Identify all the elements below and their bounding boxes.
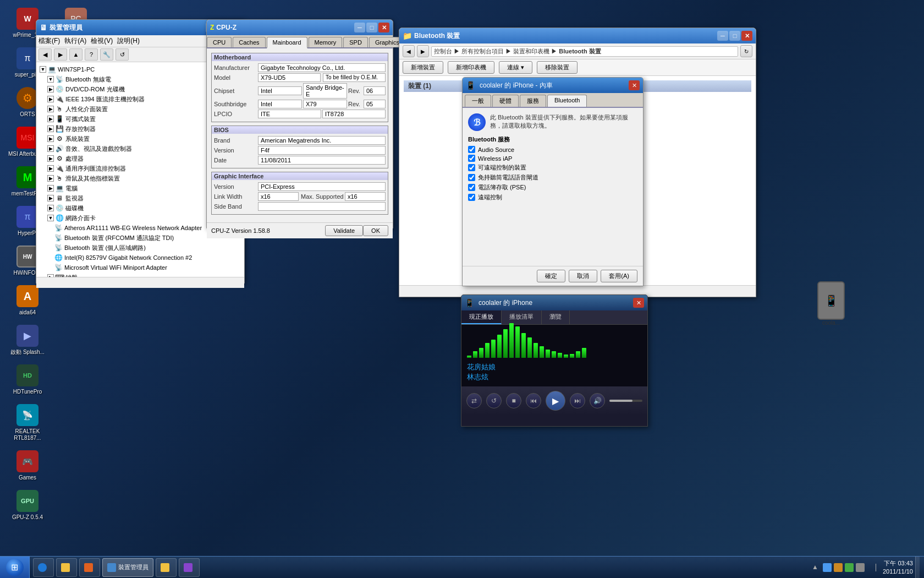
disk-expand[interactable]: ▶ [47, 205, 54, 211]
bt-apply-btn[interactable]: 套用(A) [601, 270, 637, 282]
computer-expand[interactable]: ▶ [47, 185, 54, 192]
toolbar-forward[interactable]: ▶ [54, 48, 67, 61]
tab-caches[interactable]: Caches [233, 37, 265, 47]
usb-expand[interactable]: ▶ [47, 165, 54, 172]
desktop-icon-aida64[interactable]: A aida64 [6, 283, 50, 318]
media-volume-slider[interactable] [609, 400, 642, 402]
ctrl-refresh-btn[interactable]: ↻ [740, 45, 752, 57]
taskbar-explorer[interactable] [56, 558, 77, 577]
media-stop-btn[interactable]: ■ [506, 393, 521, 408]
tab-cpu[interactable]: CPU [207, 37, 232, 47]
desktop-icon-games[interactable]: 🎮 Games [6, 448, 50, 483]
tree-item-vwifi[interactable]: 📡 Microsoft Virtual WiFi Miniport Adapte… [38, 263, 242, 272]
ctrl-forward-btn[interactable]: ▶ [417, 45, 429, 57]
media-repeat-btn[interactable]: ↺ [486, 393, 502, 408]
storage-expand[interactable]: ▶ [47, 126, 54, 132]
cpuz-close[interactable]: ✕ [378, 23, 389, 32]
bt-service-wireless-checkbox[interactable] [468, 155, 475, 162]
tab-mainboard[interactable]: Mainboard [267, 37, 307, 48]
menu-view[interactable]: 檢視(V) [91, 36, 113, 46]
bt-service-remote-checkbox[interactable] [468, 164, 475, 171]
remove-device-btn[interactable]: 移除裝置 [537, 61, 578, 74]
ctrl-close[interactable]: ✕ [741, 31, 752, 41]
toolbar-back[interactable]: ◀ [38, 48, 52, 61]
desktop-icon-hdtune[interactable]: HD HDTunePro [6, 362, 50, 397]
toolbar-properties[interactable]: 🔧 [100, 48, 113, 61]
bt-service-phonebook[interactable]: 電話簿存取 (PSE) [468, 183, 637, 192]
bt-service-handsfree-checkbox[interactable] [468, 174, 475, 181]
cpuz-maximize[interactable]: □ [366, 23, 377, 32]
add-printer-btn[interactable]: 新增印表機 [448, 61, 494, 74]
show-desktop-btn[interactable] [915, 557, 920, 579]
tray-arrow[interactable]: ▲ [812, 563, 821, 572]
portable-expand[interactable]: ▶ [47, 116, 54, 122]
bt-tab-general[interactable]: 一般 [465, 95, 491, 107]
menu-help[interactable]: 說明(H) [117, 36, 140, 46]
bt-ok-btn[interactable]: 確定 [537, 270, 565, 282]
toolbar-up[interactable]: ▲ [69, 48, 82, 61]
processor-expand[interactable]: ▶ [47, 155, 54, 162]
desktop-icon-gpuz[interactable]: GPU GPU-Z 0.5.4 [6, 488, 50, 523]
tree-item-keyboard[interactable]: ▶ ⌨ 鍵盤 [38, 272, 242, 277]
media-tab-playlist[interactable]: 播放清單 [502, 310, 542, 324]
taskbar-devmanager[interactable]: 裝置管理員 [102, 558, 153, 577]
media-close-btn[interactable]: ✕ [633, 298, 644, 308]
monitor-expand[interactable]: ▶ [47, 195, 54, 201]
desktop-icon-realtek[interactable]: 📡 REALTEK RTL8187... [6, 402, 50, 444]
bt-close-icon[interactable]: ✕ [629, 80, 640, 90]
hid-expand[interactable]: ▶ [47, 106, 54, 112]
taskbar-mediaplayer[interactable] [79, 558, 100, 577]
bt-service-remote[interactable]: 可遠端控制的裝置 [468, 163, 637, 172]
toolbar-help[interactable]: ? [85, 48, 98, 61]
cpuz-minimize[interactable]: ─ [354, 23, 365, 32]
bt-cancel-btn[interactable]: 取消 [569, 270, 597, 282]
bt-tab-bluetooth[interactable]: Bluetooth [547, 95, 587, 107]
connect-btn[interactable]: 連線 ▾ [499, 61, 532, 74]
bt-service-wireless[interactable]: Wireless iAP [468, 155, 637, 162]
ctrl-minimize[interactable]: ─ [717, 31, 728, 41]
keyboard-expand[interactable]: ▶ [47, 274, 54, 277]
ctrl-back-btn[interactable]: ◀ [403, 45, 415, 57]
bt-tab-services[interactable]: 服務 [520, 95, 546, 107]
toolbar-refresh[interactable]: ↺ [116, 48, 129, 61]
bt-props-close-btn[interactable]: ✕ [629, 80, 640, 90]
bluetooth-expand[interactable]: ▼ [47, 76, 54, 83]
bt-service-audio[interactable]: Audio Source [468, 146, 637, 153]
menu-action[interactable]: 執行(A) [64, 36, 86, 46]
tray-clock[interactable]: 下午 03:43 2011/11/10 [883, 559, 913, 575]
tab-spd[interactable]: SPD [343, 37, 368, 47]
taskbar-ie[interactable] [33, 558, 54, 577]
media-tab-browse[interactable]: 瀏覽 [542, 310, 570, 324]
menu-file[interactable]: 檔案(F) [38, 36, 60, 46]
add-device-btn[interactable]: 新增裝置 [403, 61, 443, 74]
bt-service-handsfree[interactable]: 免持聽筒電話語音閘道 [468, 173, 637, 182]
media-tab-nowplaying[interactable]: 現正播放 [461, 310, 502, 324]
taskbar-folder1[interactable] [156, 558, 177, 577]
tab-memory[interactable]: Memory [309, 37, 343, 47]
ctrl-maximize[interactable]: □ [729, 31, 740, 41]
tree-item-bt-pan[interactable]: 📡 Bluetooth 裝置 (個人區域網路) [38, 243, 242, 253]
media-next-btn[interactable]: ⏭ [570, 393, 585, 408]
bt-service-audio-checkbox[interactable] [468, 146, 475, 153]
device-item-2[interactable]: 📱 coola... [817, 281, 845, 326]
bt-service-control[interactable]: 遠端控制 [468, 193, 637, 201]
ieee-expand[interactable]: ▶ [47, 96, 54, 102]
cpuz-validate-btn[interactable]: Validate [325, 225, 363, 236]
taskbar-folder2[interactable] [179, 558, 200, 577]
system-expand[interactable]: ▶ [47, 135, 54, 142]
network-expand[interactable]: ▼ [47, 215, 54, 221]
bt-service-phonebook-checkbox[interactable] [468, 184, 475, 191]
audio-expand[interactable]: ▶ [47, 145, 54, 152]
desktop-icon-splash[interactable]: ▶ 啟動 Splash... [6, 323, 50, 358]
start-button[interactable]: ⊞ [0, 557, 30, 579]
bt-service-control-checkbox[interactable] [468, 194, 475, 201]
tree-item-intel-nic[interactable]: 🌐 Intel(R) 82579V Gigabit Network Connec… [38, 253, 242, 263]
mouse-expand[interactable]: ▶ [47, 175, 54, 182]
media-prev-btn[interactable]: ⏮ [526, 393, 541, 408]
cpuz-ok-btn[interactable]: OK [363, 225, 388, 236]
tree-root-expand[interactable]: ▼ [40, 66, 46, 73]
bt-tab-hardware[interactable]: 硬體 [492, 95, 519, 107]
media-shuffle-btn[interactable]: ⇄ [466, 393, 482, 408]
dvd-expand[interactable]: ▶ [47, 86, 54, 92]
media-play-btn[interactable]: ▶ [546, 391, 565, 411]
